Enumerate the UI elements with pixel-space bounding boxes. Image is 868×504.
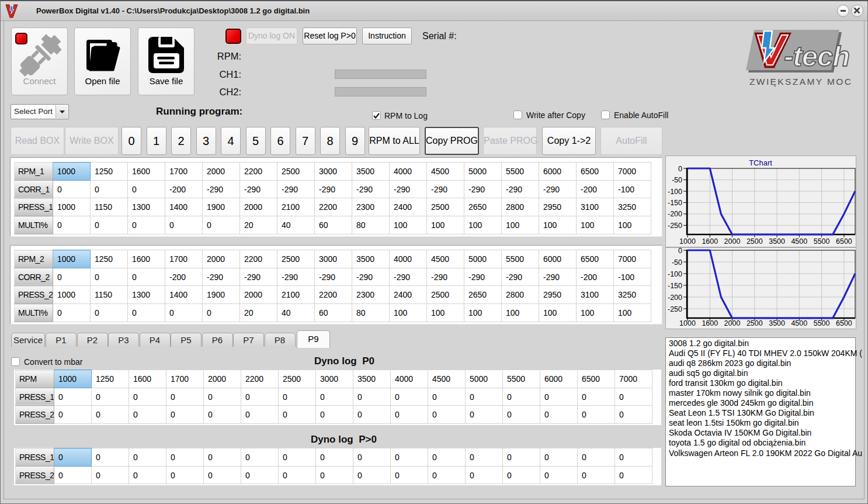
svg-text:4500: 4500 — [791, 237, 807, 246]
svg-text:-150: -150 — [668, 282, 682, 290]
svg-text:2500: 2500 — [747, 319, 763, 327]
svg-text:-50: -50 — [672, 176, 682, 184]
svg-text:-150: -150 — [668, 199, 682, 207]
svg-text:-200: -200 — [668, 294, 682, 302]
svg-text:0: 0 — [678, 165, 682, 173]
svg-text:1000: 1000 — [679, 319, 696, 327]
svg-text:1000: 1000 — [679, 237, 696, 246]
svg-text:0: 0 — [678, 247, 682, 255]
svg-text:TChart: TChart — [749, 158, 772, 167]
svg-text:6500: 6500 — [836, 319, 852, 327]
svg-text:2000: 2000 — [724, 237, 741, 246]
svg-text:6500: 6500 — [836, 237, 852, 246]
svg-text:ZWIĘKSZAMY MOC: ZWIĘKSZAMY MOC — [749, 77, 852, 87]
svg-text:1600: 1600 — [702, 237, 718, 246]
svg-text:-tech: -tech — [784, 40, 849, 72]
svg-text:2000: 2000 — [724, 319, 741, 327]
svg-text:-50: -50 — [672, 258, 682, 267]
svg-text:-250: -250 — [668, 222, 682, 230]
svg-text:3500: 3500 — [769, 237, 785, 246]
svg-text:-200: -200 — [668, 210, 682, 218]
svg-text:2500: 2500 — [747, 237, 763, 246]
svg-text:-100: -100 — [668, 270, 682, 278]
svg-text:4500: 4500 — [791, 319, 807, 327]
svg-text:5500: 5500 — [814, 237, 830, 246]
svg-text:1600: 1600 — [702, 319, 718, 327]
svg-text:-100: -100 — [668, 188, 682, 196]
svg-text:3500: 3500 — [769, 319, 785, 327]
svg-text:-250: -250 — [668, 305, 682, 313]
svg-text:5500: 5500 — [814, 319, 830, 327]
